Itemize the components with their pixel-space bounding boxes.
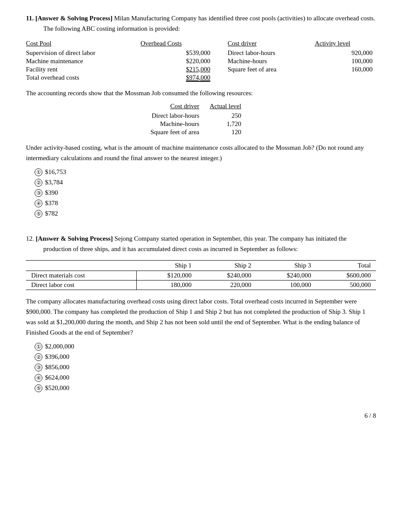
- option-2-text: $3,784: [45, 179, 63, 186]
- table-row: Direct labor cost 180,000 220,000 100,00…: [26, 281, 376, 290]
- row2-cost: $220,000: [141, 57, 219, 65]
- page-number: 6 / 8: [364, 412, 376, 419]
- option-4-circle: ④: [35, 200, 42, 207]
- col-header-activity: Activity level: [315, 40, 376, 49]
- q11-question-body: Under activity-based costing, what is th…: [26, 142, 376, 163]
- actual-row3-driver: Square feet of area: [151, 128, 210, 136]
- table-row: Machine-hours 1,720: [151, 120, 252, 128]
- total-cost: $974,000: [141, 74, 219, 82]
- q12-option-1-text: $2,000,000: [45, 343, 74, 350]
- actual-row1-level: 250: [209, 112, 251, 120]
- option-2: ② $3,784: [35, 179, 376, 187]
- col-header-driver: Cost driver: [219, 40, 315, 49]
- option-5-circle: ⑤: [35, 210, 42, 218]
- page-footer: 6 / 8: [26, 408, 376, 419]
- q12-intro: 12. [Answer & Solving Process] Sejong Co…: [26, 233, 376, 254]
- table-row: Direct materials cost $120,000 $240,000 …: [26, 271, 376, 281]
- actual-row2-driver: Machine-hours: [151, 120, 210, 128]
- option-1: ① $16,753: [35, 168, 376, 176]
- option-5: ⑤ $782: [35, 210, 376, 218]
- q12-ship-table: Ship 1 Ship 2 Ship 3 Total Direct materi…: [26, 260, 376, 290]
- q12-number: 12.: [26, 235, 34, 242]
- q11-cost-table: Cost Pool Overhead Costs Cost driver Act…: [26, 40, 376, 82]
- q11-options: ① $16,753 ② $3,784 ③ $390 ④ $378 ⑤ $782: [26, 168, 376, 218]
- q12-option-1: ① $2,000,000: [35, 343, 376, 351]
- q11-intro: 11. [Answer & Solving Process] Milan Man…: [26, 13, 376, 34]
- ship-row2-s1: 180,000: [137, 281, 197, 290]
- ship-col-2: Ship 2: [197, 261, 257, 271]
- row1-driver: Direct labor-hours: [219, 49, 315, 57]
- question-11: 11. [Answer & Solving Process] Milan Man…: [26, 13, 376, 218]
- table-row: Total overhead costs $974,000: [26, 74, 376, 82]
- option-2-circle: ②: [35, 179, 42, 187]
- q12-option-2-circle: ②: [35, 353, 42, 361]
- q12-option-3-text: $856,000: [45, 364, 69, 371]
- q12-option-2-text: $396,000: [45, 353, 69, 361]
- total-driver: [219, 74, 315, 82]
- option-4-text: $378: [45, 200, 58, 207]
- actual-row3-level: 120: [209, 128, 251, 136]
- q12-option-4-circle: ④: [35, 374, 42, 382]
- ship-row1-s2: $240,000: [197, 271, 257, 281]
- table-row: Supervision of direct labor $539,000 Dir…: [26, 49, 376, 57]
- q11-actual-table-wrap: Cost driver Actual level Direct labor-ho…: [26, 103, 376, 136]
- q12-option-3: ③ $856,000: [35, 364, 376, 371]
- table-row: Square feet of area 120: [151, 128, 252, 136]
- ship-row2-total: 500,000: [316, 281, 376, 290]
- q12-option-4-text: $624,000: [45, 374, 69, 381]
- row1-activity: 920,000: [315, 49, 376, 57]
- row1-pool: Supervision of direct labor: [26, 49, 141, 57]
- row3-activity: 160,000: [315, 65, 376, 74]
- q11-actual-table: Cost driver Actual level Direct labor-ho…: [151, 103, 252, 136]
- col-header-overhead: Overhead Costs: [141, 40, 219, 49]
- q11-number: 11.: [26, 15, 34, 22]
- option-3-circle: ③: [35, 189, 42, 197]
- q12-option-1-circle: ①: [35, 343, 42, 351]
- q12-option-3-circle: ③: [35, 364, 42, 371]
- ship-row1-s1: $120,000: [137, 271, 197, 281]
- ship-col-total: Total: [316, 261, 376, 271]
- ship-row2-s2: 220,000: [197, 281, 257, 290]
- q12-option-5-text: $520,000: [45, 384, 69, 392]
- q12-options: ① $2,000,000 ② $396,000 ③ $856,000 ④ $62…: [26, 343, 376, 392]
- ship-row1-total: $600,000: [316, 271, 376, 281]
- ship-row2-label: Direct labor cost: [26, 281, 137, 290]
- table-row: Direct labor-hours 250: [151, 112, 252, 120]
- row3-driver: Square feet of area: [219, 65, 315, 74]
- row1-cost: $539,000: [141, 49, 219, 57]
- total-activity: [315, 74, 376, 82]
- question-12: 12. [Answer & Solving Process] Sejong Co…: [26, 233, 376, 392]
- option-3-text: $390: [45, 189, 58, 197]
- actual-col-level: Actual level: [209, 103, 251, 112]
- table-row: Facility rent $215,000 Square feet of ar…: [26, 65, 376, 74]
- q11-accounting-text: The accounting records show that the Mos…: [26, 88, 376, 98]
- actual-row2-level: 1,720: [209, 120, 251, 128]
- actual-col-driver: Cost driver: [151, 103, 210, 112]
- actual-row1-driver: Direct labor-hours: [151, 112, 210, 120]
- table-row: Machine maintenance $220,000 Machine-hou…: [26, 57, 376, 65]
- q12-option-5-circle: ⑤: [35, 384, 42, 392]
- ship-row1-s3: $240,000: [257, 271, 316, 281]
- q12-option-2: ② $396,000: [35, 353, 376, 361]
- ship-col-1: Ship 1: [137, 261, 197, 271]
- option-1-text: $16,753: [45, 168, 66, 176]
- ship-col-3: Ship 3: [257, 261, 316, 271]
- option-5-text: $782: [45, 210, 58, 217]
- ship-row2-s3: 100,000: [257, 281, 316, 290]
- total-pool: Total overhead costs: [26, 74, 141, 82]
- row2-pool: Machine maintenance: [26, 57, 141, 65]
- row2-activity: 100,000: [315, 57, 376, 65]
- q11-bold: [Answer & Solving Process]: [35, 15, 113, 22]
- row3-cost: $215,000: [141, 65, 219, 74]
- q12-bold: [Answer & Solving Process]: [36, 235, 113, 242]
- option-1-circle: ①: [35, 168, 42, 176]
- row3-pool: Facility rent: [26, 65, 141, 74]
- ship-row1-label: Direct materials cost: [26, 271, 137, 281]
- col-header-cost-pool: Cost Pool: [26, 40, 141, 49]
- q12-body-text: The company allocates manufacturing over…: [26, 296, 376, 338]
- option-3: ③ $390: [35, 189, 376, 197]
- row2-driver: Machine-hours: [219, 57, 315, 65]
- q12-ship-table-wrap: Ship 1 Ship 2 Ship 3 Total Direct materi…: [26, 260, 376, 290]
- q12-option-5: ⑤ $520,000: [35, 384, 376, 392]
- ship-col-empty: [26, 261, 137, 271]
